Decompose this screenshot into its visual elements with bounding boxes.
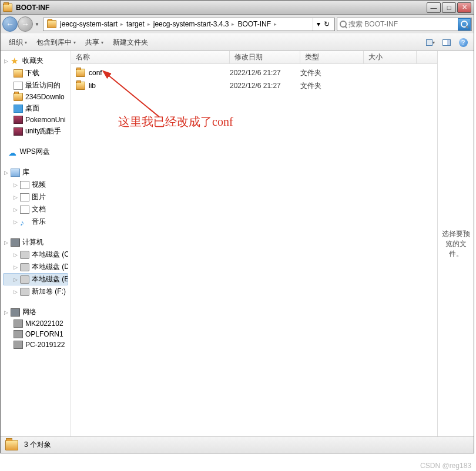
folder-icon: [14, 93, 23, 101]
maximize-button[interactable]: □: [442, 2, 456, 13]
status-bar: 3 个对象: [1, 436, 474, 453]
picture-icon: [20, 193, 29, 201]
search-input[interactable]: [348, 20, 456, 28]
toolbar: 组织▾ 包含到库中▾ 共享▾ 新建文件夹 ▾ ?: [1, 33, 474, 51]
table-row[interactable]: conf 2022/12/6 21:27 文件夹: [71, 66, 437, 79]
disk-icon: [20, 288, 29, 296]
breadcrumb-seg[interactable]: BOOT-INF: [236, 18, 272, 31]
sidebar-item[interactable]: ▷本地磁盘 (C: [3, 248, 68, 261]
caret-icon: ▷: [4, 58, 8, 64]
address-bar: ← → ▼ jeecg-system-start▸ target▸ jeecg-…: [1, 15, 474, 33]
breadcrumb-seg[interactable]: jeecg-system-start-3.4.3: [152, 18, 230, 31]
archive-icon: [14, 127, 23, 136]
caret-icon: ▷: [4, 309, 8, 315]
minimize-button[interactable]: —: [427, 2, 441, 13]
chevron-down-icon: ▾: [101, 40, 103, 45]
search-button[interactable]: [458, 18, 471, 31]
video-icon: [20, 181, 29, 189]
status-text: 3 个对象: [24, 440, 51, 450]
sidebar-item[interactable]: ▷文档: [3, 203, 68, 216]
sidebar-item[interactable]: PC-2019122: [3, 339, 68, 350]
sidebar-computer[interactable]: ▷计算机: [3, 236, 68, 248]
cloud-icon: ☁: [8, 148, 18, 156]
sidebar-item[interactable]: 2345Downlo: [3, 92, 68, 102]
table-row[interactable]: lib 2022/12/6 21:27 文件夹: [71, 79, 437, 92]
breadcrumb-dropdown[interactable]: ▾: [317, 20, 320, 28]
star-icon: ★: [11, 57, 20, 65]
sidebar-item[interactable]: ▷新加卷 (F:): [3, 285, 68, 298]
titlebar[interactable]: BOOT-INF — □ ✕: [1, 1, 474, 15]
recent-icon: [14, 82, 23, 90]
preview-pane-button[interactable]: [441, 36, 452, 48]
caret-icon: ▷: [4, 240, 8, 245]
sidebar-item[interactable]: ▷视频: [3, 179, 68, 191]
disk-icon: [20, 251, 29, 259]
history-dropdown[interactable]: ▼: [33, 16, 41, 32]
help-button[interactable]: ?: [457, 36, 469, 48]
window-title: BOOT-INF: [16, 4, 49, 12]
folder-icon: [5, 440, 18, 450]
computer-icon: [11, 238, 20, 247]
sidebar: ▷★收藏夹 下载 最近访问的 2345Downlo 桌面 PokemonUni …: [1, 51, 71, 436]
library-icon: [11, 169, 20, 177]
sidebar-item[interactable]: OPLFORN1: [3, 329, 68, 339]
share-button[interactable]: 共享▾: [82, 36, 107, 49]
desktop-icon: [14, 105, 23, 113]
sidebar-favorites[interactable]: ▷★收藏夹: [3, 55, 68, 67]
include-lib-button[interactable]: 包含到库中▾: [33, 36, 79, 49]
music-icon: ♪: [20, 218, 29, 226]
watermark: CSDN @reg183: [420, 462, 471, 470]
sidebar-item[interactable]: 桌面: [3, 102, 68, 115]
disk-icon: [20, 275, 29, 284]
col-name[interactable]: 名称: [71, 51, 230, 63]
pc-icon: [14, 319, 23, 328]
search-box[interactable]: [337, 18, 472, 31]
sidebar-wps[interactable]: ☁WPS网盘: [3, 146, 68, 158]
sidebar-network[interactable]: ▷网络: [3, 306, 68, 318]
refresh-button[interactable]: ↻: [324, 20, 330, 28]
sidebar-libraries[interactable]: ▷库: [3, 166, 68, 179]
chevron-down-icon: ▾: [25, 40, 27, 45]
breadcrumb[interactable]: jeecg-system-start▸ target▸ jeecg-system…: [43, 18, 335, 31]
sidebar-item[interactable]: ▷图片: [3, 191, 68, 203]
network-icon: [11, 308, 20, 317]
sidebar-item[interactable]: PokemonUni: [3, 115, 68, 125]
sidebar-item-selected[interactable]: ▷本地磁盘 (E: [3, 273, 68, 285]
sidebar-item[interactable]: MK2022102: [3, 318, 68, 329]
disk-icon: [20, 263, 29, 271]
col-date[interactable]: 修改日期: [230, 51, 300, 63]
col-type[interactable]: 类型: [300, 51, 364, 63]
preview-pane: 选择要预览的文件。: [437, 51, 474, 436]
breadcrumb-seg[interactable]: jeecg-system-start: [59, 18, 119, 31]
search-icon: [340, 21, 347, 28]
file-list: 名称 修改日期 类型 大小 conf 2022/12/6 21:27 文件夹: [71, 51, 437, 436]
folder-icon: [47, 20, 56, 28]
pc-icon: [14, 330, 23, 338]
folder-icon: [3, 4, 12, 12]
document-icon: [20, 206, 29, 214]
col-size[interactable]: 大小: [364, 51, 417, 63]
folder-icon: [76, 82, 85, 90]
archive-icon: [14, 116, 23, 124]
column-headers: 名称 修改日期 类型 大小: [71, 51, 437, 64]
pc-icon: [14, 341, 23, 349]
back-button[interactable]: ←: [2, 16, 18, 32]
download-icon: [14, 69, 23, 78]
view-button[interactable]: ▾: [424, 36, 436, 48]
sidebar-item[interactable]: 下载: [3, 67, 68, 79]
forward-button[interactable]: →: [18, 16, 33, 32]
new-folder-button[interactable]: 新建文件夹: [109, 36, 152, 49]
chevron-down-icon: ▾: [73, 40, 76, 45]
close-button[interactable]: ✕: [457, 2, 471, 13]
folder-icon: [76, 69, 85, 77]
caret-icon: ▷: [4, 170, 8, 176]
sidebar-item[interactable]: ▷本地磁盘 (D: [3, 261, 68, 273]
explorer-window: BOOT-INF — □ ✕ ← → ▼ jeecg-system-start▸…: [0, 0, 474, 453]
sidebar-item[interactable]: 最近访问的: [3, 79, 68, 92]
annotation-text: 这里我已经改成了conf: [118, 114, 233, 130]
sidebar-item[interactable]: unity跑酷手: [3, 125, 68, 137]
organize-button[interactable]: 组织▾: [5, 36, 31, 49]
breadcrumb-seg[interactable]: target: [125, 18, 146, 31]
sidebar-item[interactable]: ▷♪音乐: [3, 216, 68, 228]
